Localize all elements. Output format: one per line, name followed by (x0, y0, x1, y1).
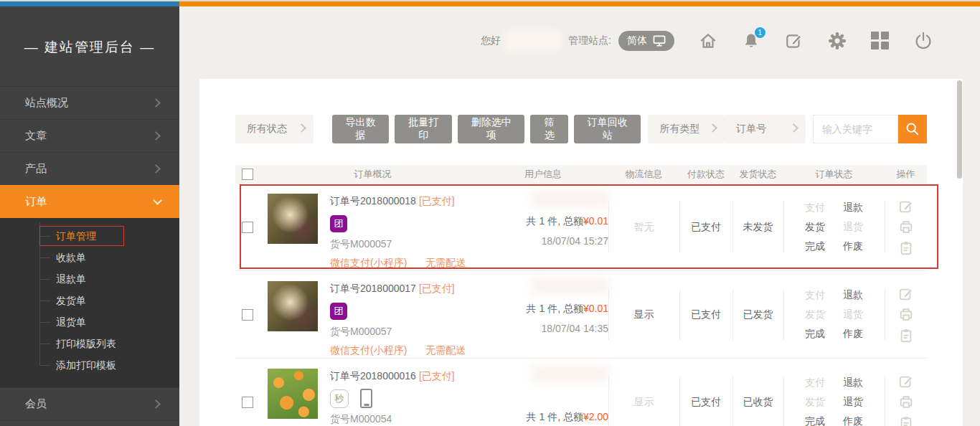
delete-selected-button[interactable]: 删除选中项 (458, 115, 524, 143)
order-amount: ¥2.00 (583, 411, 608, 422)
chevron-right-icon (151, 131, 161, 141)
submenu-item-order-management[interactable]: 订单管理 (0, 225, 179, 247)
order-status-actions: 支付 退款 发货 退货 完成 作废 (805, 377, 863, 426)
orders-submenu: 订单管理 收款单 退款单 发货单 退货单 打印模版列表 添加打印模板 (0, 218, 179, 387)
submenu-item-print-template-list[interactable]: 打印模版列表 (0, 333, 179, 354)
logistics-status[interactable]: 显示 (634, 308, 654, 321)
chevron-down-icon (297, 123, 306, 133)
payment-method: 微信支付(小程序) (330, 257, 407, 268)
row-checkbox[interactable] (242, 397, 253, 408)
order-number: 订单号2018000018 (330, 195, 416, 207)
flashsale-badge: 秒 (330, 389, 349, 408)
order-datetime: 18/07/04 14:35 (478, 323, 608, 334)
sidebar-item-site-overview[interactable]: 站点概况 (0, 86, 179, 119)
groupbuy-badge: 团 (330, 303, 347, 320)
submenu-item-shipping-orders[interactable]: 发货单 (0, 290, 179, 311)
delivery-method: 无需配送 (425, 344, 466, 356)
paid-tag: [已支付] (419, 195, 455, 207)
action-complete[interactable]: 完成 (805, 415, 825, 426)
submenu-item-add-print-template[interactable]: 添加打印模板 (0, 354, 179, 376)
action-void[interactable]: 作废 (843, 415, 863, 426)
sidebar-item-products[interactable]: 产品 (0, 152, 179, 185)
order-amount: ¥0.01 (583, 215, 608, 227)
search-icon (905, 121, 920, 137)
language-pill-button[interactable]: 简体 (618, 31, 674, 51)
print-order-icon[interactable] (898, 219, 914, 235)
action-return[interactable]: 退货 (843, 221, 863, 234)
scrollbar-thumb[interactable] (957, 80, 962, 179)
product-image (268, 281, 318, 331)
edit-order-icon[interactable] (898, 199, 914, 214)
payment-status: 已支付 (691, 308, 721, 321)
apps-button[interactable] (871, 32, 890, 50)
notification-badge: 1 (755, 27, 765, 38)
copy-order-icon[interactable] (898, 240, 914, 256)
type-filter-dropdown[interactable]: 所有类型 (648, 115, 725, 143)
select-all-checkbox[interactable] (242, 169, 253, 180)
sidebar-item-members[interactable]: 会员 (0, 387, 179, 420)
action-complete[interactable]: 完成 (805, 328, 825, 341)
col-header-operations: 操作 (885, 168, 927, 181)
greeting-text: 您好 (481, 34, 501, 47)
home-button[interactable] (699, 32, 717, 50)
search-input[interactable] (813, 115, 898, 143)
submenu-item-refund-orders[interactable]: 退款单 (0, 268, 179, 290)
shipping-status: 已收货 (743, 396, 773, 409)
order-number: 订单号2018000017 (330, 283, 416, 294)
product-image (268, 194, 318, 244)
batch-print-button[interactable]: 批量打印 (395, 115, 452, 143)
action-void[interactable]: 作废 (843, 240, 863, 253)
action-refund[interactable]: 退款 (843, 377, 863, 389)
notifications-button[interactable]: 1 (742, 32, 760, 50)
order-recycle-bin-button[interactable]: 订单回收站 (574, 115, 641, 143)
settings-button[interactable] (828, 32, 847, 50)
status-filter-dropdown[interactable]: 所有状态 (235, 115, 314, 143)
orders-toolbar: 所有状态 导出数据 批量打印 删除选中项 筛选 订单回收站 所有类型 订单号 (235, 115, 927, 143)
print-order-icon[interactable] (898, 307, 914, 323)
chevron-down-icon (789, 123, 798, 133)
action-complete[interactable]: 完成 (805, 240, 825, 253)
action-pay[interactable]: 支付 (805, 377, 825, 389)
action-ship[interactable]: 发货 (805, 308, 825, 321)
submenu-item-receipts[interactable]: 收款单 (0, 247, 179, 268)
submenu-item-return-orders[interactable]: 退货单 (0, 311, 179, 333)
sidebar-item-articles[interactable]: 文章 (0, 119, 179, 152)
monitor-icon (653, 35, 666, 47)
filter-button[interactable]: 筛选 (530, 115, 568, 143)
redacted-username (533, 366, 608, 381)
action-ship[interactable]: 发货 (805, 221, 825, 234)
payment-method: 微信支付(小程序) (330, 344, 407, 356)
chevron-right-icon (151, 98, 161, 108)
action-return[interactable]: 退货 (843, 396, 863, 409)
row-checkbox[interactable] (242, 222, 253, 233)
edit-site-button[interactable] (785, 32, 804, 50)
edit-order-icon[interactable] (898, 374, 914, 389)
logistics-status[interactable]: 暂无 (634, 221, 654, 234)
action-void[interactable]: 作废 (843, 328, 863, 341)
search-field-dropdown[interactable]: 订单号 (725, 115, 805, 143)
col-header-order-status: 订单状态 (783, 168, 885, 181)
sku-number: 货号M000054 (330, 413, 455, 426)
action-refund[interactable]: 退款 (843, 202, 863, 214)
logout-button[interactable] (914, 32, 933, 50)
table-row: 订单号2018000017[已支付] 团 货号M000057 微信支付(小程序)… (235, 271, 927, 359)
manage-site-label: 管理站点: (568, 34, 611, 47)
copy-order-icon[interactable] (898, 415, 914, 426)
copy-order-icon[interactable] (898, 328, 914, 344)
search-button[interactable] (898, 115, 927, 143)
action-return[interactable]: 退货 (843, 308, 863, 321)
logistics-status[interactable]: 显示 (634, 396, 654, 409)
sidebar-item-orders[interactable]: 订单 (0, 185, 179, 218)
action-pay[interactable]: 支付 (805, 202, 825, 214)
col-header-shipping: 发货状态 (732, 168, 783, 181)
action-pay[interactable]: 支付 (805, 289, 825, 302)
table-row: 订单号2018000016[已支付] 秒 货号M000054 共 1 件, 总额… (235, 359, 927, 426)
print-order-icon[interactable] (898, 394, 914, 410)
export-data-button[interactable]: 导出数据 (332, 115, 390, 143)
edit-order-icon[interactable] (898, 286, 914, 302)
action-refund[interactable]: 退款 (843, 289, 863, 302)
home-icon (699, 32, 717, 50)
action-ship[interactable]: 发货 (805, 396, 825, 409)
row-checkbox[interactable] (242, 309, 253, 321)
sidebar-accent-bar (0, 1, 179, 6)
